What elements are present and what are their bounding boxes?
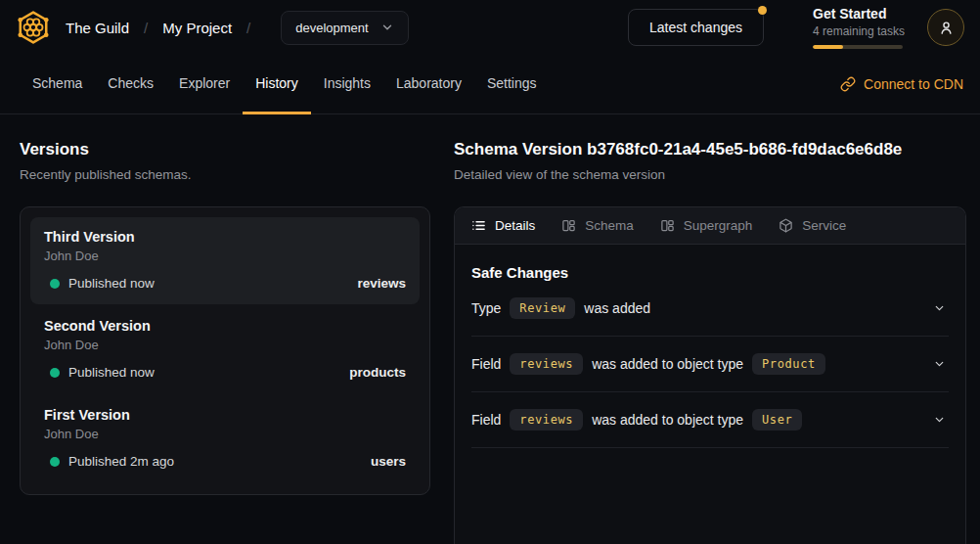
- link-icon: [840, 76, 856, 92]
- version-card[interactable]: Second Version John Doe Published now pr…: [30, 306, 420, 393]
- detail-tab[interactable]: Service: [779, 218, 846, 233]
- detail-tabs: Details Schema Supergraph: [455, 207, 965, 245]
- version-service-name: reviews: [357, 276, 406, 291]
- get-started-subtitle: 4 remaining tasks: [813, 24, 903, 38]
- change-text: was added to object type: [592, 412, 743, 428]
- version-service-name: users: [371, 454, 406, 469]
- version-service-name: products: [349, 365, 406, 380]
- detail-tab[interactable]: Supergraph: [660, 218, 753, 233]
- schema-version-column: Schema Version b3768fc0-21a4-45e5-b686-f…: [454, 140, 966, 544]
- list-icon: [471, 218, 486, 233]
- version-title: Third Version: [44, 229, 406, 245]
- detail-tab-label: Supergraph: [684, 218, 753, 233]
- nav-tab[interactable]: Schema: [20, 55, 95, 114]
- box-icon: [779, 218, 793, 233]
- change-code-badge: Review: [510, 297, 575, 319]
- chevron-down-icon[interactable]: [933, 412, 949, 428]
- change-text: was added: [584, 300, 650, 316]
- chevron-down-icon: [380, 21, 394, 34]
- detail-tab-label: Schema: [585, 218, 634, 233]
- get-started-widget[interactable]: Get Started 4 remaining tasks: [813, 6, 903, 49]
- panels-icon: [561, 218, 576, 233]
- version-status-row: Published now products: [44, 365, 406, 380]
- version-card[interactable]: Third Version John Doe Published now rev…: [30, 217, 420, 304]
- version-author: John Doe: [44, 249, 406, 263]
- change-code-badge: reviews: [510, 353, 583, 375]
- guild-hive-logo-icon[interactable]: [16, 10, 51, 45]
- nav-tab[interactable]: Laboratory: [383, 55, 474, 114]
- chevron-down-icon[interactable]: [933, 356, 949, 372]
- breadcrumb-project[interactable]: My Project: [162, 20, 232, 36]
- versions-title: Versions: [20, 140, 430, 159]
- change-row[interactable]: Fieldreviewswas added to object typeProd…: [471, 337, 949, 392]
- version-title: Second Version: [44, 318, 406, 334]
- nav-tabs-group: SchemaChecksExplorerHistoryInsightsLabor…: [20, 55, 550, 113]
- schema-version-subtitle: Detailed view of the schema version: [454, 167, 966, 182]
- safe-changes-title: Safe Changes: [471, 264, 949, 281]
- nav-tab-label: Schema: [32, 75, 82, 91]
- nav-tab-label: Settings: [487, 75, 537, 91]
- latest-changes-button[interactable]: Latest changes: [628, 9, 764, 46]
- connect-to-cdn-label: Connect to CDN: [864, 76, 963, 92]
- version-card[interactable]: First Version John Doe Published 2m ago …: [30, 395, 420, 482]
- change-text: Field: [471, 356, 501, 372]
- project-nav: SchemaChecksExplorerHistoryInsightsLabor…: [0, 55, 980, 114]
- top-header: The Guild / My Project / development Lat…: [0, 0, 980, 55]
- change-text: Field: [471, 412, 501, 428]
- change-row[interactable]: Fieldreviewswas added to object typeUser: [471, 392, 949, 448]
- change-code-badge: reviews: [510, 409, 583, 431]
- change-code-badge: Product: [752, 353, 825, 375]
- latest-changes-label: Latest changes: [649, 20, 742, 35]
- schema-version-title: Schema Version b3768fc0-21a4-45e5-b686-f…: [454, 140, 966, 159]
- notification-dot: [758, 6, 767, 15]
- get-started-progress-fill: [813, 45, 843, 49]
- change-text: Type: [471, 300, 501, 316]
- version-published-label: Published now: [68, 276, 155, 291]
- published-status-dot-icon: [50, 457, 60, 467]
- main-content: Versions Recently published schemas. Thi…: [0, 114, 980, 544]
- connect-to-cdn-link[interactable]: Connect to CDN: [840, 55, 963, 113]
- get-started-progress-bar: [813, 45, 903, 49]
- detail-tab-label: Service: [802, 218, 846, 233]
- breadcrumb-separator: /: [246, 20, 250, 36]
- nav-tab[interactable]: Insights: [311, 55, 383, 114]
- chevron-down-icon[interactable]: [933, 300, 949, 316]
- changes-list: TypeReviewwas added Fieldreviewswas adde…: [471, 281, 949, 448]
- nav-tab-label: Explorer: [179, 75, 230, 91]
- detail-body: Safe Changes TypeReviewwas added Fieldre…: [455, 264, 965, 448]
- change-text: was added to object type: [592, 356, 743, 372]
- versions-column: Versions Recently published schemas. Thi…: [20, 140, 430, 544]
- nav-tab[interactable]: Settings: [474, 55, 550, 114]
- detail-tab[interactable]: Details: [471, 218, 535, 233]
- target-select[interactable]: development: [281, 11, 408, 45]
- nav-tab-label: Laboratory: [396, 75, 462, 91]
- nav-tab-label: History: [255, 75, 298, 91]
- breadcrumb-separator: /: [144, 20, 148, 36]
- version-author: John Doe: [44, 427, 406, 441]
- nav-tab[interactable]: Checks: [95, 55, 166, 114]
- version-published-label: Published 2m ago: [68, 454, 174, 469]
- user-icon: [938, 20, 955, 36]
- versions-subtitle: Recently published schemas.: [20, 167, 430, 182]
- versions-list: Third Version John Doe Published now rev…: [20, 206, 430, 495]
- change-code-badge: User: [752, 409, 802, 431]
- published-status-dot-icon: [50, 368, 60, 378]
- nav-tab[interactable]: History: [243, 55, 311, 114]
- schema-version-panel: Details Schema Supergraph: [454, 206, 966, 544]
- breadcrumb-org[interactable]: The Guild: [66, 20, 129, 36]
- nav-tab-label: Insights: [324, 75, 371, 91]
- version-title: First Version: [44, 407, 406, 423]
- user-avatar[interactable]: [927, 9, 964, 46]
- version-author: John Doe: [44, 338, 406, 352]
- version-published-label: Published now: [68, 365, 155, 380]
- detail-tab-label: Details: [495, 218, 535, 233]
- target-select-value: development: [295, 21, 368, 35]
- nav-tab-label: Checks: [108, 75, 154, 91]
- get-started-title: Get Started: [813, 6, 903, 22]
- detail-tab[interactable]: Schema: [561, 218, 634, 233]
- version-status-row: Published 2m ago users: [44, 454, 406, 469]
- nav-tab[interactable]: Explorer: [166, 55, 243, 114]
- change-row[interactable]: TypeReviewwas added: [471, 281, 949, 337]
- panels-icon: [660, 218, 675, 233]
- published-status-dot-icon: [50, 279, 60, 289]
